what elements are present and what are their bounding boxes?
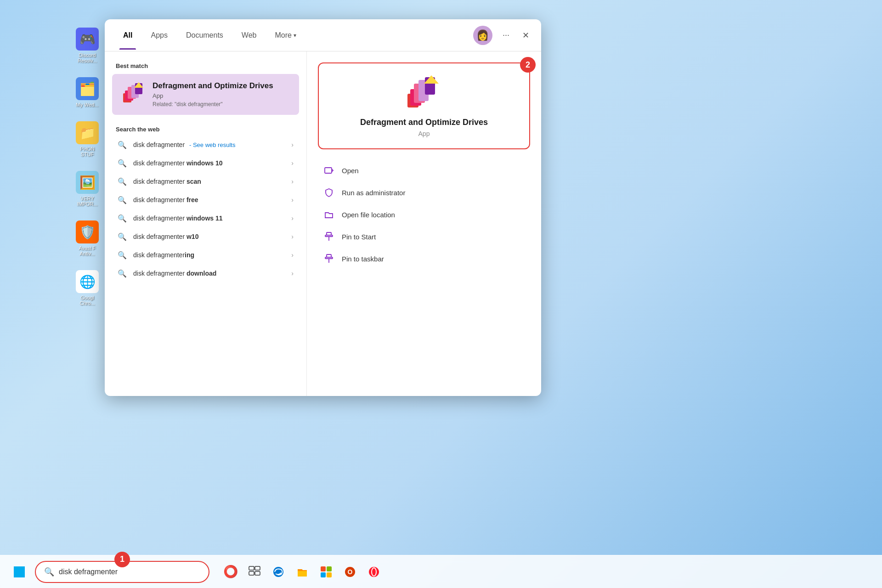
tab-all[interactable]: All xyxy=(114,21,141,50)
very-icon: 🖼️ xyxy=(76,171,99,194)
svg-rect-16 xyxy=(327,254,331,257)
phone-label: PHONSTUF xyxy=(80,146,95,157)
tab-more[interactable]: More ▾ xyxy=(266,21,305,50)
action-pin-taskbar[interactable]: Pin to taskbar xyxy=(318,249,530,269)
mywed-icon: 🗂️ xyxy=(76,77,99,100)
shield-icon xyxy=(323,187,334,198)
result-text-1: disk defragmenter - See web results xyxy=(133,141,291,148)
chevron-right-icon-4: › xyxy=(291,196,294,204)
taskbar-store-button[interactable] xyxy=(316,562,336,582)
taskbar-explorer-button[interactable] xyxy=(292,562,312,582)
taskbar-opera-button[interactable] xyxy=(364,562,384,582)
search-panel: All Apps Documents Web More ▾ 👩 ··· xyxy=(105,19,541,396)
desktop-icon-discord[interactable]: 🎮 DiscordResolv... xyxy=(71,28,103,63)
taskbar-search-button[interactable]: ⭕ xyxy=(220,562,241,582)
taskbar-app-list: ⭕ xyxy=(220,562,384,582)
mywed-label: My Wed... xyxy=(76,102,98,107)
windows-logo-icon xyxy=(13,565,26,578)
chevron-down-icon: ▾ xyxy=(294,32,296,39)
chevron-right-icon-2: › xyxy=(291,159,294,167)
desktop-icon-avast[interactable]: 🛡️ Avast FAntiv... xyxy=(71,220,103,256)
defrag-large-icon xyxy=(406,74,442,111)
result-item-1[interactable]: 🔍 disk defragmenter - See web results › xyxy=(108,136,303,154)
right-detail-panel: 2 Defragment and Optimize Drives xyxy=(307,51,541,396)
result-item-5[interactable]: 🔍 disk defragmenter windows 11 › xyxy=(108,209,303,227)
search-loop-icon-4: 🔍 xyxy=(118,195,127,204)
open-icon xyxy=(323,165,334,176)
desktop-icon-phone[interactable]: 📁 PHONSTUF xyxy=(71,121,103,157)
header-right: 👩 ··· ✕ xyxy=(473,26,532,45)
svg-rect-25 xyxy=(249,571,254,575)
opera-icon xyxy=(368,565,380,578)
result-item-3[interactable]: 🔍 disk defragmenter scan › xyxy=(108,172,303,191)
search-loop-icon: 🔍 xyxy=(118,140,127,149)
search-bar-container: 1 🔍 xyxy=(35,561,209,583)
desktop-icon-chrome[interactable]: 🌐 GooglChro... xyxy=(71,270,103,306)
more-options-button[interactable]: ··· xyxy=(500,28,512,43)
search-loop-icon-5: 🔍 xyxy=(118,214,127,223)
app-card-icon xyxy=(406,74,442,111)
desktop-icon-very[interactable]: 🖼️ VERYIMPOR... xyxy=(71,171,103,207)
tab-apps[interactable]: Apps xyxy=(141,21,176,50)
action-run-admin[interactable]: Run as administrator xyxy=(318,182,530,203)
windows-start-button[interactable] xyxy=(9,562,29,582)
action-list: Open Run as administrator xyxy=(318,160,530,269)
result-item-6[interactable]: 🔍 disk defragmenter w10 › xyxy=(108,227,303,246)
panel-header: All Apps Documents Web More ▾ 👩 ··· xyxy=(105,19,541,51)
chevron-right-icon-7: › xyxy=(291,251,294,259)
chrome-icon: 🌐 xyxy=(76,270,99,293)
tab-documents[interactable]: Documents xyxy=(177,21,232,50)
folder-open-icon xyxy=(323,209,334,220)
task-view-icon xyxy=(248,565,261,578)
result-item-4[interactable]: 🔍 disk defragmenter free › xyxy=(108,191,303,209)
pin-taskbar-label: Pin to taskbar xyxy=(342,255,384,263)
svg-point-34 xyxy=(369,567,379,577)
result-item-7[interactable]: 🔍 disk defragmentering › xyxy=(108,246,303,264)
svg-text:O: O xyxy=(348,568,353,576)
search-bar-icon: 🔍 xyxy=(44,567,54,577)
close-button[interactable]: ✕ xyxy=(520,28,532,43)
best-match-related: Related: "disk defragmenter" xyxy=(153,101,290,107)
taskbar: 1 🔍 ⭕ xyxy=(0,555,882,588)
search-loop-icon-6: 🔍 xyxy=(118,232,127,241)
panel-body: Best match xyxy=(105,51,541,396)
svg-rect-23 xyxy=(249,566,254,570)
svg-rect-24 xyxy=(255,566,260,570)
tab-list: All Apps Documents Web More ▾ xyxy=(114,21,473,50)
pin-start-icon xyxy=(323,231,334,242)
best-match-title: Defragment and Optimize Drives xyxy=(153,81,290,90)
svg-rect-29 xyxy=(327,566,332,571)
result-text-4: disk defragmenter free xyxy=(133,196,291,204)
step-badge-1: 1 xyxy=(114,552,130,567)
user-avatar[interactable]: 👩 xyxy=(473,26,492,45)
taskbar-edge-button[interactable] xyxy=(268,562,288,582)
desktop: 🎮 DiscordResolv... 🗂️ My Wed... 📁 PHONST… xyxy=(0,0,882,588)
office-icon: O xyxy=(344,565,356,578)
taskbar-office-button[interactable]: O xyxy=(340,562,360,582)
avast-label: Avast FAntiv... xyxy=(79,245,96,256)
search-loop-icon-2: 🔍 xyxy=(118,158,127,168)
chevron-right-icon-6: › xyxy=(291,233,294,240)
action-open-location[interactable]: Open file location xyxy=(318,204,530,225)
taskbar-task-view-button[interactable] xyxy=(244,562,265,582)
file-explorer-icon xyxy=(296,565,309,578)
result-text-8: disk defragmenter download xyxy=(133,270,291,277)
search-loop-icon-3: 🔍 xyxy=(118,177,127,186)
result-text-3: disk defragmenter scan xyxy=(133,178,291,185)
desktop-icon-mywed[interactable]: 🗂️ My Wed... xyxy=(71,77,103,107)
svg-rect-26 xyxy=(255,571,260,575)
very-label: VERYIMPOR... xyxy=(77,196,97,207)
best-match-item[interactable]: Defragment and Optimize Drives App Relat… xyxy=(112,74,299,115)
best-match-type: App xyxy=(153,92,290,99)
action-open[interactable]: Open xyxy=(318,160,530,181)
tab-web[interactable]: Web xyxy=(232,21,266,50)
chevron-right-icon-5: › xyxy=(291,215,294,222)
action-pin-start[interactable]: Pin to Start xyxy=(318,226,530,247)
avast-icon: 🛡️ xyxy=(76,220,99,243)
result-item-8[interactable]: 🔍 disk defragmenter download › xyxy=(108,264,303,283)
result-item-2[interactable]: 🔍 disk defragmenter windows 10 › xyxy=(108,154,303,172)
search-loop-icon-7: 🔍 xyxy=(118,250,127,260)
search-input[interactable] xyxy=(59,568,200,576)
result-text-2: disk defragmenter windows 10 xyxy=(133,159,291,167)
edge-icon xyxy=(272,565,285,578)
